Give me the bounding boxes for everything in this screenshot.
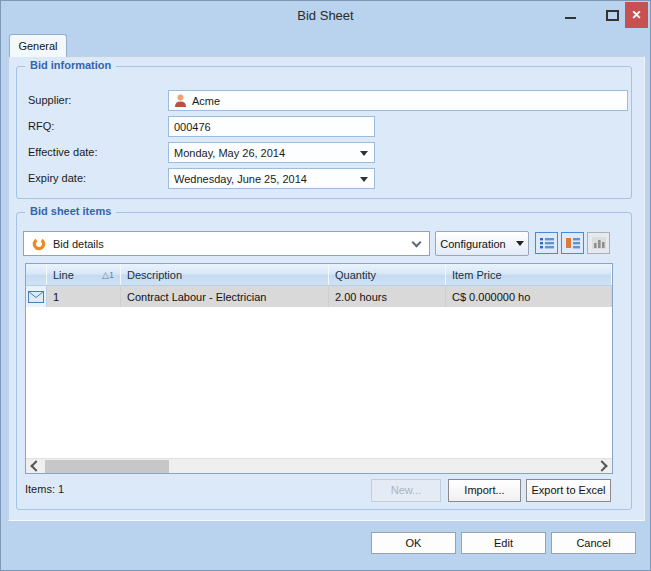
- cancel-button[interactable]: Cancel: [551, 532, 636, 554]
- effective-date-label: Effective date:: [28, 142, 98, 163]
- configuration-label: Configuration: [440, 238, 505, 250]
- view-selector-value: Bid details: [53, 238, 104, 250]
- titlebar: Bid Sheet ✕: [1, 1, 650, 31]
- window-title: Bid Sheet: [1, 1, 650, 31]
- envelope-icon: [28, 291, 44, 303]
- view-list-button[interactable]: [535, 232, 558, 254]
- chevron-down-icon: [360, 177, 368, 182]
- person-icon: [174, 94, 187, 108]
- column-header-label: Line: [53, 269, 74, 281]
- view-selector-dropdown[interactable]: Bid details: [23, 231, 430, 256]
- supplier-value: Acme: [192, 95, 220, 107]
- tab-page-general: Bid information Supplier: Acme RFQ: 0004…: [8, 56, 645, 521]
- group-bid-sheet-items-legend: Bid sheet items: [25, 205, 116, 217]
- ok-button[interactable]: OK: [371, 532, 456, 554]
- table-header: Line △1 Description Quantity Item Price: [26, 264, 612, 286]
- view-chart-icon: [592, 237, 606, 249]
- configuration-button[interactable]: Configuration: [435, 231, 529, 256]
- column-header-label: Quantity: [335, 269, 376, 281]
- view-selector-icon: [32, 237, 46, 251]
- scroll-left-arrow[interactable]: [30, 460, 41, 471]
- view-card-button[interactable]: [561, 232, 584, 254]
- import-button[interactable]: Import...: [448, 479, 521, 502]
- items-table: Line △1 Description Quantity Item Price …: [25, 263, 613, 474]
- group-bid-sheet-items: Bid sheet items Bid details Configuratio…: [16, 212, 632, 510]
- row-icon-cell: [26, 286, 47, 307]
- chevron-down-icon: [360, 151, 368, 156]
- group-bid-information: Bid information Supplier: Acme RFQ: 0004…: [16, 66, 632, 199]
- export-to-excel-button[interactable]: Export to Excel: [526, 479, 611, 502]
- cell-quantity: 2.00 hours: [329, 286, 446, 307]
- bid-sheet-dialog: Bid Sheet ✕ General Bid information Supp…: [0, 0, 651, 571]
- view-list-icon: [540, 237, 554, 249]
- minimize-button[interactable]: [562, 8, 580, 24]
- expiry-date-label: Expiry date:: [28, 168, 86, 189]
- close-button[interactable]: ✕: [625, 2, 648, 28]
- group-bid-information-legend: Bid information: [25, 59, 116, 71]
- view-chart-button: [587, 232, 610, 254]
- close-icon: ✕: [631, 8, 641, 22]
- caret-down-icon: [516, 241, 524, 246]
- items-count: Items: 1: [25, 483, 64, 495]
- expiry-date-value: Wednesday, June 25, 2014: [174, 173, 307, 185]
- expiry-date-dropdown[interactable]: Wednesday, June 25, 2014: [168, 168, 375, 189]
- column-header-line[interactable]: Line △1: [47, 264, 121, 285]
- h-scrollbar[interactable]: [26, 458, 612, 473]
- chevron-down-icon: [412, 238, 422, 248]
- cell-item-price: C$ 0.000000 ho: [446, 286, 612, 307]
- column-header-quantity[interactable]: Quantity: [329, 264, 446, 285]
- supplier-label: Supplier:: [28, 90, 71, 111]
- column-header-label: Description: [127, 269, 182, 281]
- edit-button[interactable]: Edit: [461, 532, 546, 554]
- scroll-thumb[interactable]: [45, 460, 169, 473]
- cell-line: 1: [47, 286, 121, 307]
- minimize-icon: [565, 17, 576, 19]
- column-header-item-price[interactable]: Item Price: [446, 264, 612, 285]
- column-header-label: Item Price: [452, 269, 502, 281]
- effective-date-dropdown[interactable]: Monday, May 26, 2014: [168, 142, 375, 163]
- scroll-right-arrow[interactable]: [596, 460, 607, 471]
- rfq-value: 000476: [174, 121, 211, 133]
- supplier-field[interactable]: Acme: [168, 90, 628, 111]
- view-card-icon: [566, 237, 580, 249]
- rfq-label: RFQ:: [28, 116, 54, 137]
- sort-indicator: △1: [102, 270, 114, 280]
- column-header-description[interactable]: Description: [121, 264, 329, 285]
- effective-date-value: Monday, May 26, 2014: [174, 147, 285, 159]
- new-button: New...: [371, 479, 441, 502]
- cell-description: Contract Labour - Electrician: [121, 286, 329, 307]
- table-row[interactable]: 1 Contract Labour - Electrician 2.00 hou…: [26, 286, 612, 307]
- maximize-icon: [606, 10, 619, 21]
- maximize-button[interactable]: [604, 8, 622, 24]
- column-header-icon[interactable]: [26, 264, 47, 285]
- tab-general[interactable]: General: [9, 34, 67, 57]
- rfq-field[interactable]: 000476: [168, 116, 375, 137]
